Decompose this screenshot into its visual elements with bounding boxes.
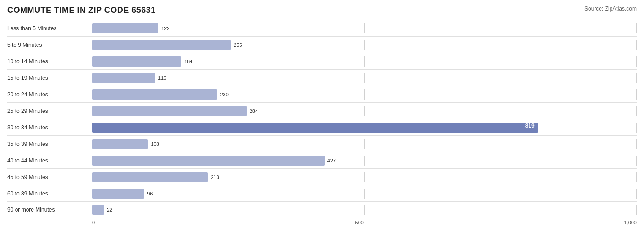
bar-track: 230: [92, 89, 637, 100]
bar-label: 20 to 24 Minutes: [7, 91, 92, 98]
x-axis: 05001,000: [92, 220, 637, 225]
bar-fill: [92, 205, 104, 215]
bar-track: 96: [92, 189, 637, 199]
bar-row: 90 or more Minutes22: [7, 201, 637, 218]
bar-fill: 819: [92, 123, 538, 133]
bar-label: 60 to 89 Minutes: [7, 190, 92, 197]
chart-source: Source: ZipAtlas.com: [584, 6, 637, 12]
bar-track: 122: [92, 23, 637, 33]
bar-value: 255: [234, 42, 242, 48]
bar-value: 164: [184, 59, 192, 64]
chart-title: COMMUTE TIME IN ZIP CODE 65631: [7, 6, 156, 15]
x-axis-label: 500: [355, 220, 364, 225]
bar-fill: [92, 139, 148, 149]
bar-fill: [92, 73, 155, 83]
bar-row: 5 to 9 Minutes255: [7, 36, 637, 53]
bar-fill: [92, 40, 231, 50]
bar-value: 116: [158, 75, 166, 81]
chart-header: COMMUTE TIME IN ZIP CODE 65631 Source: Z…: [7, 6, 637, 15]
bar-row: 20 to 24 Minutes230: [7, 86, 637, 102]
bar-label: 5 to 9 Minutes: [7, 42, 92, 48]
bar-label: 35 to 39 Minutes: [7, 141, 92, 147]
bar-label: 90 or more Minutes: [7, 207, 92, 213]
bar-label: 25 to 29 Minutes: [7, 108, 92, 114]
bar-row: 15 to 19 Minutes116: [7, 69, 637, 86]
bar-track: 427: [92, 156, 637, 166]
chart-container: COMMUTE TIME IN ZIP CODE 65631 Source: Z…: [0, 0, 644, 240]
bar-value: 230: [220, 92, 228, 97]
bar-value: 284: [250, 108, 258, 114]
x-axis-labels: 05001,000: [92, 220, 637, 225]
x-axis-label: 1,000: [624, 220, 637, 225]
bar-value: 122: [161, 26, 169, 31]
bar-value: 96: [147, 191, 153, 196]
bar-fill: [92, 23, 158, 33]
x-axis-label: 0: [92, 220, 95, 225]
bar-value: 103: [151, 141, 159, 147]
bar-track: 213: [92, 172, 637, 182]
bar-track: 255: [92, 40, 637, 50]
bar-value: 213: [211, 174, 219, 180]
bar-fill: [92, 156, 325, 166]
bar-fill: [92, 106, 247, 116]
bar-row: 40 to 44 Minutes427: [7, 152, 637, 168]
bar-value: 819: [525, 123, 535, 129]
bar-label: 15 to 19 Minutes: [7, 75, 92, 81]
bar-track: 103: [92, 139, 637, 149]
bar-row: Less than 5 Minutes122: [7, 20, 637, 36]
bar-track: 22: [92, 205, 637, 215]
bar-label: 10 to 14 Minutes: [7, 58, 92, 65]
bar-row: 60 to 89 Minutes96: [7, 185, 637, 201]
bar-row: 30 to 34 Minutes819: [7, 119, 637, 135]
bar-value: 22: [107, 207, 112, 212]
bar-track: 164: [92, 56, 637, 67]
bar-row: 35 to 39 Minutes103: [7, 135, 637, 152]
bar-track: 116: [92, 73, 637, 83]
bar-fill: [92, 89, 217, 100]
bar-label: 30 to 34 Minutes: [7, 124, 92, 131]
bar-track: 284: [92, 106, 637, 116]
bar-label: Less than 5 Minutes: [7, 25, 92, 32]
bar-fill: [92, 56, 181, 67]
bar-label: 45 to 59 Minutes: [7, 174, 92, 180]
bar-row: 25 to 29 Minutes284: [7, 102, 637, 119]
bar-fill: [92, 189, 144, 199]
bar-value: 427: [327, 158, 336, 163]
bars-area: Less than 5 Minutes1225 to 9 Minutes2551…: [7, 20, 637, 218]
bar-row: 45 to 59 Minutes213: [7, 168, 637, 185]
bar-track: 819: [92, 123, 637, 133]
bar-label: 40 to 44 Minutes: [7, 157, 92, 164]
bar-fill: [92, 172, 208, 182]
bar-row: 10 to 14 Minutes164: [7, 53, 637, 69]
